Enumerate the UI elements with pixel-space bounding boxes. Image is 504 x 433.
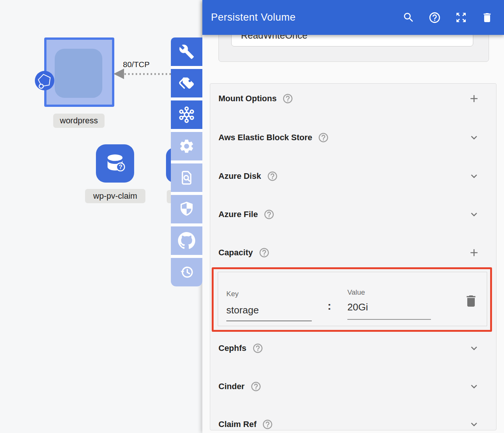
chevron-down-icon[interactable] xyxy=(468,208,480,220)
section-label: Azure File xyxy=(218,210,258,219)
node-label-wp-pv-claim: wp-pv-claim xyxy=(85,189,145,203)
section-mount-options[interactable]: Mount Options xyxy=(210,91,496,106)
search-icon xyxy=(402,11,415,24)
history-icon xyxy=(178,264,195,280)
section-label: Capacity xyxy=(218,248,253,258)
help-icon[interactable] xyxy=(318,132,329,143)
toolbar-button-doc-search[interactable] xyxy=(171,163,202,192)
edge-port-label: 80/TCP xyxy=(123,60,150,69)
key-input[interactable]: storage xyxy=(226,304,259,316)
section-azure-disk[interactable]: Azure Disk xyxy=(210,169,496,184)
toolbar-button-tag[interactable] xyxy=(171,69,202,97)
chevron-down-icon[interactable] xyxy=(468,170,480,182)
help-icon[interactable] xyxy=(267,171,278,182)
svg-text:?: ? xyxy=(119,164,123,170)
section-capacity[interactable]: Capacity xyxy=(210,245,496,260)
capacity-entry-card xyxy=(218,272,487,326)
help-icon[interactable] xyxy=(252,343,263,354)
edge-dotted-line xyxy=(124,73,171,75)
help-icon[interactable] xyxy=(259,247,270,258)
key-underline xyxy=(226,321,312,321)
toolbar-button-settings[interactable] xyxy=(171,132,202,160)
help-button[interactable] xyxy=(428,11,441,24)
database-icon: ? xyxy=(103,151,127,175)
github-icon xyxy=(178,232,195,249)
pod-badge[interactable] xyxy=(35,71,54,90)
section-cinder[interactable]: Cinder xyxy=(210,379,496,394)
graph-canvas[interactable]: 80/TCP wordpress ? wp-pv-claim xyxy=(0,0,202,433)
section-label: Aws Elastic Block Store xyxy=(218,133,312,142)
add-icon[interactable] xyxy=(468,93,480,105)
delete-entry-icon[interactable] xyxy=(464,294,479,309)
section-label: Claim Ref xyxy=(218,420,256,429)
trash-icon xyxy=(481,12,493,24)
delete-button[interactable] xyxy=(481,11,494,24)
panel-header: Persistent Volume xyxy=(202,0,504,35)
document-search-icon xyxy=(178,169,195,186)
section-azure-file[interactable]: Azure File xyxy=(210,207,496,222)
section-claim-ref[interactable]: Claim Ref xyxy=(210,417,496,432)
volume-sources-card: Mount Options Aws Elastic Block Store Az… xyxy=(210,83,497,430)
toolbar-button-wrench[interactable] xyxy=(171,37,202,66)
expand-button[interactable] xyxy=(455,11,467,24)
section-label: Cephfs xyxy=(218,343,247,353)
section-aws-elastic-block-store[interactable]: Aws Elastic Block Store xyxy=(210,130,496,145)
toolbar-button-security[interactable] xyxy=(171,195,202,223)
persistent-volume-panel: ReadWriteOnce Mount Options Aws Elastic … xyxy=(202,0,504,433)
toolbar-button-history[interactable] xyxy=(171,258,202,286)
gear-icon xyxy=(178,138,195,154)
value-underline xyxy=(347,319,431,320)
add-icon[interactable] xyxy=(468,247,480,259)
help-icon[interactable] xyxy=(282,93,293,104)
section-label: Mount Options xyxy=(218,94,277,103)
node-wordpress[interactable] xyxy=(44,37,114,107)
kv-separator: : xyxy=(328,300,331,312)
side-toolbar xyxy=(171,37,202,286)
section-label: Azure Disk xyxy=(218,171,261,181)
chevron-down-icon[interactable] xyxy=(468,381,480,393)
help-icon[interactable] xyxy=(262,419,273,430)
app-screen: 80/TCP wordpress ? wp-pv-claim xyxy=(0,0,504,433)
chevron-down-icon[interactable] xyxy=(468,418,480,430)
node-wp-pv-claim[interactable]: ? xyxy=(96,144,134,183)
header-actions xyxy=(402,0,494,35)
pentagon-icon xyxy=(35,71,54,90)
toolbar-button-github[interactable] xyxy=(171,226,202,255)
shield-icon xyxy=(178,201,195,218)
help-icon[interactable] xyxy=(263,209,275,220)
chevron-down-icon[interactable] xyxy=(468,132,480,144)
search-button[interactable] xyxy=(402,11,415,24)
toolbar-button-hub[interactable] xyxy=(171,100,202,129)
expand-arrows-icon xyxy=(455,11,467,24)
wrench-icon xyxy=(179,44,194,60)
help-circle-icon xyxy=(428,11,441,24)
node-label-wordpress: wordpress xyxy=(53,114,105,128)
key-label: Key xyxy=(226,290,239,298)
panel-title: Persistent Volume xyxy=(211,12,296,23)
hub-icon xyxy=(178,106,195,123)
help-icon[interactable] xyxy=(250,381,262,392)
section-cephfs[interactable]: Cephfs xyxy=(210,341,496,356)
section-label: Cinder xyxy=(218,382,245,391)
chevron-down-icon[interactable] xyxy=(468,342,480,354)
tag-icon xyxy=(178,75,195,91)
edge-arrowhead-icon xyxy=(114,69,124,79)
value-input[interactable]: 20Gi xyxy=(347,301,368,313)
node-wordpress-inner xyxy=(55,49,102,98)
value-label: Value xyxy=(347,288,365,297)
